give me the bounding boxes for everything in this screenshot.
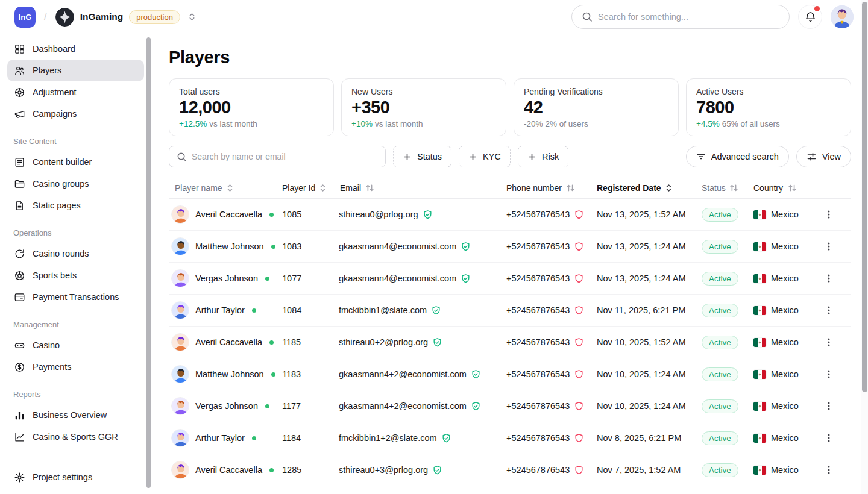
sidebar-section-label: Site Content: [13, 137, 144, 146]
row-menu-button[interactable]: [821, 430, 837, 446]
player-id-cell: 1183: [281, 369, 339, 379]
sidebar-nav: Dashboard Players Adjustment Campaigns S…: [7, 38, 144, 448]
dots-vertical-icon: [824, 433, 834, 443]
phone-unverified-shield-icon: [574, 242, 584, 252]
country-name: Mexico: [771, 274, 799, 283]
player-name: Matthew Johnson: [195, 369, 264, 379]
row-menu-button[interactable]: [821, 462, 837, 478]
column-header-phone-number[interactable]: Phone number: [502, 183, 592, 193]
sort-icon: [226, 184, 234, 192]
sidebar-item-label: Casino & Sports GGR: [33, 432, 118, 442]
country-cell: Mexico: [746, 401, 814, 411]
sidebar-item-dashboard[interactable]: Dashboard: [7, 38, 144, 60]
add-filter-risk-button[interactable]: Risk: [518, 146, 568, 167]
sidebar-item-casino-rounds[interactable]: Casino rounds: [7, 243, 144, 264]
view-button[interactable]: View: [796, 146, 851, 167]
table-row[interactable]: Vergas Johnson 1177 gkaasmann4+2@economi…: [169, 390, 851, 422]
main-content: Players Total users 12,000 +12.5%vs last…: [153, 34, 868, 494]
player-avatar: [171, 397, 189, 415]
sidebar-item-adjustment[interactable]: Adjustment: [7, 81, 144, 103]
table-row[interactable]: Averil Caccavella 1085 sthireau0@prlog.o…: [169, 199, 851, 231]
country-cell: Mexico: [746, 274, 814, 283]
online-status-dot: [269, 468, 274, 472]
sidebar-item-label: Players: [33, 66, 61, 75]
global-search-input[interactable]: [598, 12, 779, 22]
sidebar-item-casino-sports-ggr[interactable]: Casino & Sports GGR: [7, 426, 144, 448]
sort-icon: [365, 184, 374, 192]
player-name-cell: Vergas Johnson: [169, 269, 281, 287]
sidebar-item-static-pages[interactable]: Static pages: [7, 195, 144, 216]
table-row[interactable]: Arthur Taylor 1184 fmckibbin1+2@slate.co…: [169, 422, 851, 454]
table-row[interactable]: Arthur Taylor 1084 fmckibbin1@slate.com …: [169, 295, 851, 327]
page-scrollbar-thumb[interactable]: [862, 2, 867, 392]
sidebar-item-sports-bets[interactable]: Sports bets: [7, 264, 144, 286]
status-cell: Active: [693, 431, 746, 445]
add-filter-kyc-button[interactable]: KYC: [459, 146, 511, 167]
sidebar-item-casino-groups[interactable]: Casino groups: [7, 173, 144, 195]
adjustment-icon: [13, 87, 25, 98]
stat-value: 7800: [696, 98, 841, 117]
dots-vertical-icon: [824, 337, 834, 347]
add-filter-status-button[interactable]: Status: [393, 146, 451, 167]
sidebar-item-project-settings[interactable]: Project settings: [7, 466, 144, 488]
row-menu-button[interactable]: [821, 302, 837, 318]
online-status-dot: [252, 436, 256, 440]
column-header-player-id[interactable]: Player Id: [281, 183, 339, 193]
player-avatar: [171, 301, 189, 319]
player-avatar: [171, 237, 189, 255]
email-verified-shield-icon: [441, 433, 451, 443]
table-body: Averil Caccavella 1085 sthireau0@prlog.o…: [169, 199, 851, 486]
column-header-email[interactable]: Email: [339, 183, 502, 193]
row-menu-button[interactable]: [821, 398, 837, 414]
column-header-player-name[interactable]: Player name: [169, 183, 281, 193]
email-text: sthireau0+2@prlog.org: [339, 337, 428, 347]
status-cell: Active: [693, 240, 746, 254]
player-name-cell: Averil Caccavella: [169, 333, 281, 351]
player-name: Arthur Taylor: [195, 433, 245, 443]
row-menu-button[interactable]: [821, 239, 837, 254]
project-selector[interactable]: InGaming production: [55, 8, 197, 27]
sidebar-item-label: Project settings: [33, 472, 92, 482]
row-menu-button[interactable]: [821, 366, 837, 382]
sidebar-item-payment-transactions[interactable]: Payment Transactions: [7, 286, 144, 308]
sidebar-item-payments[interactable]: Payments: [7, 356, 144, 378]
table-row[interactable]: Averil Caccavella 1285 sthireau0+3@prlog…: [169, 454, 851, 486]
stat-value: +350: [351, 98, 496, 117]
sidebar-item-label: Sports bets: [33, 270, 77, 280]
page-scrollbar[interactable]: [861, 0, 868, 494]
row-menu-button[interactable]: [821, 207, 837, 222]
row-menu-button[interactable]: [821, 334, 837, 350]
country-name: Mexico: [771, 210, 799, 219]
table-search-input[interactable]: [192, 152, 378, 161]
notifications-button[interactable]: [798, 5, 822, 29]
player-avatar: [171, 205, 189, 224]
column-header-registered-date[interactable]: Registered Date: [592, 183, 693, 193]
app-logo[interactable]: InG: [14, 7, 36, 28]
sidebar-section-label: Reports: [13, 390, 144, 399]
country-name: Mexico: [771, 401, 799, 411]
sidebar-item-players[interactable]: Players: [7, 60, 144, 81]
email-verified-shield-icon: [461, 274, 471, 284]
table-row[interactable]: Matthew Johnson 1183 gkaasmann4+2@econom…: [169, 358, 851, 390]
column-header-country[interactable]: Country: [746, 183, 814, 193]
phone-unverified-shield-icon: [574, 274, 584, 284]
coin-icon: [13, 361, 25, 373]
sidebar-item-content-builder[interactable]: Content builder: [7, 151, 144, 173]
advanced-search-button[interactable]: Advanced search: [686, 146, 789, 167]
chevron-expand-icon[interactable]: [187, 12, 197, 22]
sidebar-scrollbar[interactable]: [146, 37, 151, 488]
phone-cell: +524567876543: [502, 337, 592, 348]
actions-cell: [814, 270, 844, 286]
status-cell: Active: [693, 463, 746, 477]
row-menu-button[interactable]: [821, 270, 837, 286]
sidebar-item-business-overview[interactable]: Business Overview: [7, 404, 144, 426]
table-row[interactable]: Averil Caccavella 1185 sthireau0+2@prlog…: [169, 327, 851, 358]
column-header-status[interactable]: Status: [693, 183, 746, 193]
table-row[interactable]: Vergas Johnson 1077 gkaasmann4@economist…: [169, 263, 851, 295]
mexico-flag-icon: [753, 402, 766, 411]
registered-date-cell: Nov 8, 2025, 6:21 PM: [592, 433, 693, 443]
table-row[interactable]: Matthew Johnson 1083 gkaasmann4@economis…: [169, 231, 851, 263]
sidebar-item-casino[interactable]: Casino: [7, 334, 144, 356]
user-avatar[interactable]: [831, 5, 854, 28]
sidebar-item-campaigns[interactable]: Campaigns: [7, 103, 144, 125]
